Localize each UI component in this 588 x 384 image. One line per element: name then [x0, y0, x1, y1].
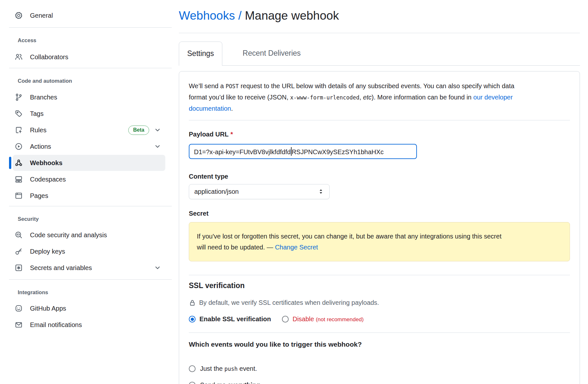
- main-content: Webhooks / Manage webhook SettingsRecent…: [179, 0, 580, 384]
- ssl-note: By default, we verify SSL certificates w…: [189, 298, 570, 308]
- sidebar-item-tags[interactable]: Tags: [0, 106, 176, 122]
- tab-settings[interactable]: Settings: [179, 42, 222, 66]
- text-segment: ). More information can be found in: [371, 94, 473, 101]
- asterisk-box-icon: [15, 264, 23, 272]
- text-segment: everything.: [228, 381, 262, 384]
- payload-url-value-before-caret: D1=?x-api-key=FUtvBV8vjlkfdfdfd: [194, 148, 291, 155]
- sidebar-item-label: Code security and analysis: [30, 231, 107, 239]
- select-arrows-icon: [318, 188, 324, 195]
- sidebar-item-deploy-keys[interactable]: Deploy keys: [0, 243, 176, 259]
- ssl-verification-heading: SSL verification: [189, 281, 570, 290]
- radio-label-just-push[interactable]: Just the push event.: [200, 365, 257, 372]
- sidebar-item-branches[interactable]: Branches: [0, 89, 176, 105]
- sidebar-section-header: Integrations: [18, 289, 176, 296]
- text-segment: We’ll send a: [189, 82, 226, 89]
- rules-icon: [15, 126, 23, 134]
- sidebar-item-label: Secrets and variables: [30, 264, 92, 272]
- payload-url-input[interactable]: D1=?x-api-key=FUtvBV8vjlkfdfdfdRSJPNCwX9…: [189, 144, 417, 159]
- radio-disable-ssl[interactable]: [282, 316, 289, 323]
- radio-send-everything[interactable]: [189, 382, 196, 384]
- text-segment: Send me: [200, 381, 228, 384]
- chevron-down-icon[interactable]: [154, 126, 161, 134]
- radio-enable-ssl[interactable]: [189, 316, 196, 323]
- text-segment: etc: [363, 94, 372, 101]
- chevron-down-icon[interactable]: [154, 143, 161, 150]
- section-divider: [189, 332, 570, 333]
- text-segment: x-www-form-urlencoded: [290, 94, 360, 101]
- events-question: Which events would you like to trigger t…: [189, 340, 570, 349]
- sidebar-item-label: Tags: [30, 110, 43, 117]
- text-segment: .: [231, 105, 233, 112]
- radio-just-push[interactable]: [189, 365, 196, 372]
- settings-sidebar: GeneralAccessCollaboratorsCode and autom…: [0, 0, 176, 333]
- breadcrumb-webhooks-link[interactable]: Webhooks /: [179, 9, 242, 22]
- event-option-row: Send me everything.: [189, 381, 570, 384]
- inline-link[interactable]: documentation: [189, 105, 231, 112]
- webhook-icon: [15, 159, 23, 167]
- sidebar-item-label: GitHub Apps: [30, 305, 66, 312]
- sidebar-item-label: Deploy keys: [30, 248, 65, 255]
- sidebar-item-secrets-and-variables[interactable]: Secrets and variables: [0, 260, 176, 276]
- text-segment: ,: [360, 94, 363, 101]
- sidebar-item-label: Webhooks: [30, 159, 63, 167]
- lock-icon: [189, 299, 196, 307]
- text-segment: If you've lost or forgotten this secret,…: [197, 233, 501, 240]
- text-segment: request to the URL below with details of…: [239, 82, 514, 89]
- sidebar-divider: [9, 27, 172, 28]
- section-divider: [189, 275, 570, 275]
- inline-link[interactable]: our developer: [473, 94, 513, 101]
- radio-label-enable-ssl[interactable]: Enable SSL verification: [199, 315, 271, 323]
- sidebar-item-label: General: [30, 12, 53, 19]
- sidebar-item-label: Collaborators: [30, 53, 68, 61]
- sidebar-divider: [9, 206, 172, 206]
- app-icon: [15, 304, 23, 312]
- codespaces-icon: [15, 175, 23, 183]
- browser-icon: [15, 192, 23, 200]
- radio-label-send-everything[interactable]: Send me everything.: [200, 381, 262, 384]
- play-icon: [15, 143, 23, 150]
- beta-badge: Beta: [128, 126, 149, 135]
- git-branch-icon: [15, 93, 23, 101]
- sidebar-item-actions[interactable]: Actions: [0, 138, 176, 155]
- text-segment: Disable: [293, 315, 314, 323]
- text-segment: format you’d like to receive (JSON,: [189, 94, 290, 101]
- sidebar-item-collaborators[interactable]: Collaborators: [0, 49, 176, 65]
- text-segment: Just the: [200, 365, 225, 372]
- sidebar-item-email-notifications[interactable]: Email notifications: [0, 317, 176, 333]
- sidebar-item-label: Branches: [30, 94, 57, 101]
- secret-flash-warning: If you've lost or forgotten this secret,…: [189, 222, 570, 261]
- intro-text: We’ll send a POST request to the URL bel…: [189, 80, 570, 114]
- sidebar-item-label: Rules: [30, 126, 46, 134]
- sidebar-item-pages[interactable]: Pages: [0, 188, 176, 204]
- radio-label-disable-ssl[interactable]: Disable (not recommended): [293, 315, 364, 323]
- tab-recent-deliveries[interactable]: Recent Deliveries: [233, 42, 310, 65]
- text-segment: (not recommended): [316, 316, 363, 323]
- mail-icon: [15, 321, 23, 329]
- sidebar-item-codespaces[interactable]: Codespaces: [0, 171, 176, 187]
- event-options: Just the push event.Send me everything.: [189, 364, 570, 384]
- content-type-value: application/json: [194, 188, 239, 195]
- page-title: Webhooks / Manage webhook: [179, 9, 580, 23]
- sidebar-item-github-apps[interactable]: GitHub Apps: [0, 300, 176, 316]
- sidebar-item-label: Email notifications: [30, 321, 82, 329]
- sidebar-item-rules[interactable]: RulesBeta: [0, 122, 176, 138]
- sidebar-item-label: Codespaces: [30, 176, 66, 183]
- text-segment: Enable SSL verification: [199, 315, 271, 323]
- text-segment: push: [225, 366, 238, 372]
- ssl-note-text: By default, we verify SSL certificates w…: [199, 299, 379, 306]
- sidebar-item-label: Actions: [30, 143, 51, 150]
- sidebar-item-label: Pages: [30, 192, 48, 200]
- title-divider: [179, 33, 580, 33]
- content-type-label: Content type: [189, 172, 570, 181]
- sidebar-item-code-security[interactable]: Code security and analysis: [0, 227, 176, 243]
- sidebar-section-header: Access: [18, 37, 176, 44]
- sidebar-item-webhooks[interactable]: Webhooks: [13, 155, 165, 171]
- tabnav: SettingsRecent Deliveries: [179, 42, 580, 66]
- required-asterisk: *: [230, 131, 233, 138]
- content-type-select[interactable]: application/json: [189, 184, 330, 199]
- chevron-down-icon[interactable]: [154, 264, 161, 271]
- secret-label: Secret: [189, 209, 570, 218]
- inline-link[interactable]: Change Secret: [275, 244, 318, 251]
- webhook-settings-panel: We’ll send a POST request to the URL bel…: [179, 71, 580, 384]
- sidebar-item-general[interactable]: General: [0, 7, 176, 23]
